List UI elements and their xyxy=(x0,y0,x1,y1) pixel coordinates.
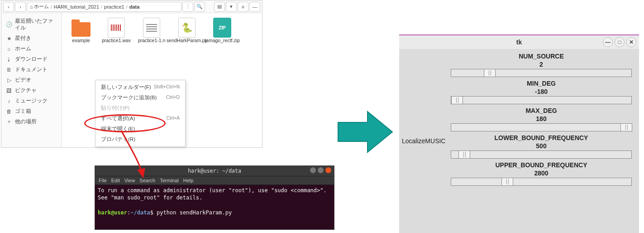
file-item[interactable]: practice1.wav xyxy=(101,18,132,43)
context-menu-item[interactable]: 端末で開く(E) xyxy=(95,124,185,134)
audio-file-icon xyxy=(108,18,125,38)
sidebar-item-label: ホーム xyxy=(15,45,31,52)
param-value: 180 xyxy=(536,115,546,122)
sidebar-item-label: ゴミ箱 xyxy=(15,108,31,115)
sidebar-item-icon: 🗎 xyxy=(6,67,12,73)
breadcrumb-part[interactable]: practice1 xyxy=(104,4,124,10)
param-value: 2800 xyxy=(534,170,548,177)
terminal-menu-item[interactable]: File xyxy=(99,178,107,183)
terminal-menu-item[interactable]: Search xyxy=(139,178,155,183)
context-menu-item[interactable]: プロパティ(R) xyxy=(95,134,185,145)
file-name: sendHarkParam.py xyxy=(167,38,207,43)
sidebar-item-label: 星付き xyxy=(15,35,31,42)
breadcrumb[interactable]: ⌂ ホーム / HARK_tutorial_2021 / practice1 /… xyxy=(27,2,181,12)
sidebar-item[interactable]: 🗎ドキュメント xyxy=(1,64,62,75)
tk-param: UPPER_BOUND_FREQUENCY 2800 xyxy=(451,161,632,186)
context-menu-accel: Ctrl+A xyxy=(167,115,180,122)
python-file-icon: 🐍 xyxy=(178,18,196,38)
slider-thumb[interactable] xyxy=(458,150,470,159)
kebab-menu-button[interactable]: ⋮ xyxy=(182,2,193,12)
view-dropdown-button[interactable]: ▾ xyxy=(226,2,237,12)
param-label: LOWER_BOUND_FREQUENCY xyxy=(495,134,588,141)
terminal-title: hark@user: ~/data xyxy=(188,168,241,174)
minimize-icon[interactable] xyxy=(310,167,316,173)
context-menu-accel: Ctrl+D xyxy=(166,94,180,101)
sidebar-item[interactable]: 🗑ゴミ箱 xyxy=(1,106,62,116)
file-item[interactable]: practice1-1.n xyxy=(136,18,167,43)
param-slider[interactable] xyxy=(451,123,632,131)
sidebar-item[interactable]: ＋他の場所 xyxy=(1,116,62,127)
sidebar-item[interactable]: 🖼ピクチャ xyxy=(1,85,62,96)
slider-thumb[interactable] xyxy=(620,123,632,131)
param-value: -180 xyxy=(535,88,548,95)
file-name: tamago_rectf.zip xyxy=(205,38,240,43)
param-slider[interactable] xyxy=(451,96,632,104)
breadcrumb-part[interactable]: HARK_tutorial_2021 xyxy=(54,4,99,10)
param-slider[interactable] xyxy=(451,69,632,77)
sidebar-item[interactable]: ⭳ダウンロード xyxy=(1,54,62,64)
text-file-icon xyxy=(143,18,160,38)
slider-thumb[interactable] xyxy=(501,178,513,186)
terminal-menu-item[interactable]: Edit xyxy=(111,178,120,183)
terminal-menu-item[interactable]: View xyxy=(124,178,135,183)
minimize-button[interactable]: — xyxy=(603,37,613,47)
terminal-menu-item[interactable]: Terminal xyxy=(160,178,179,183)
context-menu-item[interactable]: 新しいフォルダー(F)Shift+Ctrl+N xyxy=(95,82,185,92)
file-item[interactable]: 🐍sendHarkParam.py xyxy=(172,18,202,43)
breadcrumb-part[interactable]: ホーム xyxy=(34,3,49,10)
terminal-body[interactable]: To run a command as administrator (user … xyxy=(95,185,334,229)
file-item[interactable]: ZIPtamago_rectf.zip xyxy=(207,18,238,43)
sidebar-item-icon: 🕓 xyxy=(6,21,12,28)
sidebar-item-icon: ♪ xyxy=(6,98,12,104)
maximize-button[interactable]: □ xyxy=(615,37,625,47)
sidebar-item[interactable]: ▷ビデオ xyxy=(1,75,62,85)
tk-param: MAX_DEG 180 xyxy=(451,107,632,131)
terminal-titlebar: hark@user: ~/data xyxy=(95,166,334,176)
back-button[interactable]: ‹ xyxy=(3,2,14,12)
sidebar-item[interactable]: ★星付き xyxy=(1,33,62,44)
terminal-command: python sendHarkParam.py xyxy=(157,209,232,216)
context-menu-label: 貼り付け(P) xyxy=(101,105,129,112)
param-label: MIN_DEG xyxy=(527,80,556,87)
tk-window: tk — □ ✕ LocalizeMUSIC NUM_SOURCE 2 MIN_… xyxy=(399,34,639,233)
breadcrumb-part[interactable]: data xyxy=(129,4,140,10)
close-button[interactable]: ✕ xyxy=(626,37,636,47)
icon-view-button[interactable]: ▤ xyxy=(214,2,225,12)
context-menu-accel: Shift+Ctrl+N xyxy=(154,84,180,91)
sidebar-item-label: ダウンロード xyxy=(15,56,48,63)
minimize-button[interactable]: — xyxy=(249,2,260,12)
slider-thumb[interactable] xyxy=(484,69,496,77)
hamburger-menu-button[interactable]: ≡ xyxy=(238,2,248,12)
sidebar-item-icon: ⭳ xyxy=(6,57,12,62)
param-label: MAX_DEG xyxy=(525,107,557,114)
maximize-icon[interactable] xyxy=(318,167,324,173)
context-menu-label: すべて選択(A) xyxy=(101,115,135,122)
terminal-window: hark@user: ~/data FileEditViewSearchTerm… xyxy=(95,165,334,230)
sidebar-item-label: ミュージック xyxy=(15,97,48,104)
file-manager-sidebar: 🕓最近開いたファイル★星付き⌂ホーム⭳ダウンロード🗎ドキュメント▷ビデオ🖼ピクチ… xyxy=(1,13,62,147)
tk-param: LOWER_BOUND_FREQUENCY 500 xyxy=(451,134,632,159)
sidebar-item[interactable]: 🕓最近開いたファイル xyxy=(1,16,62,33)
context-menu-item[interactable]: ブックマークに追加(B)Ctrl+D xyxy=(95,92,185,103)
sidebar-item-icon: 🗑 xyxy=(6,109,12,114)
param-slider[interactable] xyxy=(451,178,632,186)
search-button[interactable]: 🔍 xyxy=(194,2,205,12)
terminal-menu-item[interactable]: Help xyxy=(183,178,194,183)
sidebar-item[interactable]: ♪ミュージック xyxy=(1,96,62,106)
forward-button[interactable]: › xyxy=(15,2,26,12)
sidebar-item-label: ピクチャ xyxy=(15,87,37,94)
sidebar-item-label: 最近開いたファイル xyxy=(15,18,57,31)
slider-thumb[interactable] xyxy=(451,96,463,104)
file-item[interactable]: example xyxy=(66,18,96,43)
param-label: UPPER_BOUND_FREQUENCY xyxy=(495,161,587,169)
context-menu-item[interactable]: すべて選択(A)Ctrl+A xyxy=(95,113,185,124)
sidebar-item-icon: ★ xyxy=(6,35,12,42)
file-name: practice1-1.n xyxy=(138,38,166,43)
context-menu-label: 新しいフォルダー(F) xyxy=(101,84,151,91)
sidebar-item-icon: ＋ xyxy=(6,118,12,125)
param-slider[interactable] xyxy=(451,150,632,159)
tk-titlebar: tk — □ ✕ xyxy=(399,35,639,49)
sidebar-item[interactable]: ⌂ホーム xyxy=(1,44,62,54)
sidebar-item-icon: ▷ xyxy=(6,77,12,83)
close-icon[interactable] xyxy=(325,167,331,173)
